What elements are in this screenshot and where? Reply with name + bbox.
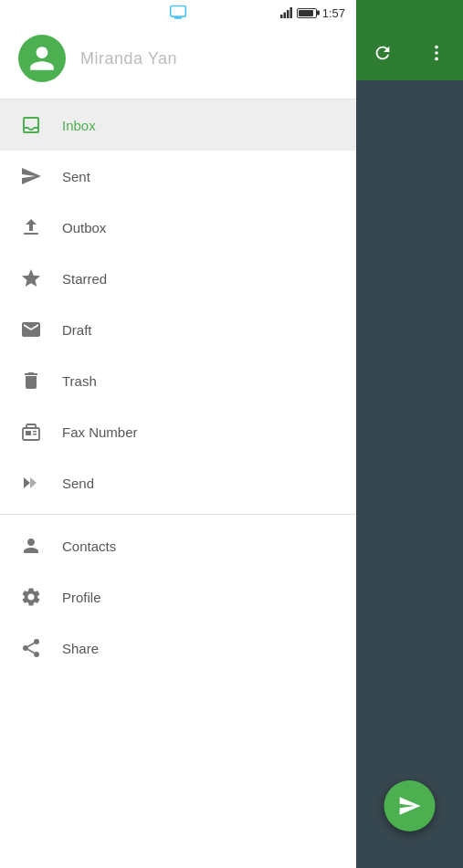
trash-label: Trash (62, 373, 97, 389)
svg-rect-6 (24, 233, 38, 235)
svg-rect-3 (283, 13, 286, 19)
contacts-icon (18, 533, 44, 559)
sent-icon (18, 163, 44, 189)
navigation-drawer: 1:57 Miranda Yan Inbox (0, 0, 356, 868)
sidebar-item-contacts[interactable]: Contacts (0, 520, 356, 571)
svg-point-11 (34, 639, 39, 644)
svg-point-18 (435, 58, 438, 61)
more-options-button[interactable] (420, 37, 453, 69)
svg-point-17 (435, 51, 438, 55)
svg-line-15 (28, 643, 35, 647)
profile-icon (18, 584, 44, 610)
outbox-icon (18, 214, 44, 240)
starred-label: Starred (62, 271, 107, 287)
app-icon (169, 4, 187, 26)
contacts-label: Contacts (62, 539, 116, 554)
svg-point-13 (34, 652, 39, 657)
svg-rect-5 (289, 7, 292, 18)
draft-icon (18, 317, 44, 342)
fax-number-label: Fax Number (62, 424, 138, 440)
sidebar-item-trash[interactable]: Trash (0, 355, 356, 406)
menu-list: Inbox Sent Outbox (0, 99, 356, 868)
outbox-label: Outbox (62, 220, 106, 235)
sidebar-item-fax-number[interactable]: Fax Number (0, 406, 356, 457)
refresh-button[interactable] (366, 37, 399, 69)
svg-rect-10 (33, 434, 37, 435)
sidebar-item-draft[interactable]: Draft (0, 304, 356, 355)
share-label: Share (62, 641, 99, 656)
inbox-icon (18, 112, 44, 138)
sidebar-item-starred[interactable]: Starred (0, 253, 356, 304)
sent-label: Sent (62, 169, 90, 184)
sidebar-item-share[interactable]: Share (0, 622, 356, 674)
sidebar-item-send[interactable]: Send (0, 457, 356, 508)
svg-line-14 (28, 650, 35, 654)
user-avatar (18, 35, 66, 82)
star-icon (18, 266, 44, 291)
compose-icon (398, 794, 422, 818)
draft-label: Draft (62, 322, 92, 338)
signal-icon (280, 7, 293, 18)
sidebar-item-sent[interactable]: Sent (0, 151, 356, 202)
person-icon (27, 44, 57, 73)
inbox-label: Inbox (62, 118, 96, 133)
status-bar-right: 1:57 (280, 6, 345, 20)
svg-rect-2 (280, 15, 283, 18)
time-display: 1:57 (322, 6, 345, 20)
sidebar-item-outbox[interactable]: Outbox (0, 202, 356, 253)
svg-point-16 (435, 46, 438, 49)
send-icon (18, 470, 44, 496)
svg-point-12 (23, 645, 28, 651)
trash-icon (18, 368, 44, 393)
fax-icon (18, 419, 44, 444)
right-panel-top (356, 0, 463, 80)
svg-rect-9 (33, 431, 37, 433)
sidebar-item-inbox[interactable]: Inbox (0, 99, 356, 151)
compose-fab[interactable] (384, 780, 436, 831)
send-label: Send (62, 476, 94, 491)
share-icon (18, 635, 44, 661)
user-name: Miranda Yan (80, 49, 177, 68)
profile-label: Profile (62, 590, 101, 605)
svg-rect-0 (171, 6, 186, 17)
status-bar: 1:57 (0, 0, 356, 26)
svg-rect-8 (26, 431, 31, 435)
section-divider (0, 514, 356, 515)
svg-rect-4 (287, 10, 289, 18)
svg-rect-1 (174, 16, 182, 18)
sidebar-item-profile[interactable]: Profile (0, 571, 356, 622)
battery-icon (297, 8, 317, 18)
right-panel (356, 0, 463, 868)
